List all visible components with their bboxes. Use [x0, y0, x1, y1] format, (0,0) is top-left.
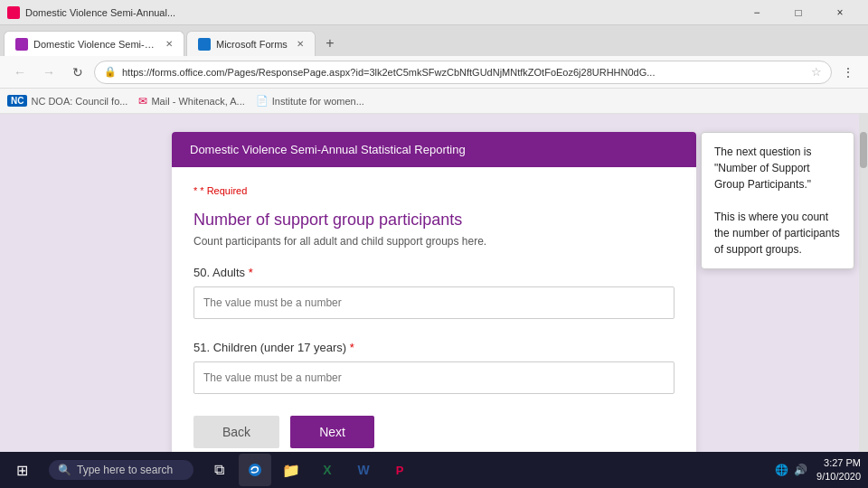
file-explorer-icon: 📁 — [282, 462, 300, 479]
close-button[interactable]: × — [819, 0, 861, 25]
children-input[interactable] — [193, 361, 675, 394]
new-tab-button[interactable]: + — [317, 31, 343, 56]
doc-icon: 📄 — [256, 95, 269, 107]
lock-icon: 🔒 — [104, 66, 117, 78]
browser-window: Domestic Violence Semi-Annual... − □ × D… — [0, 0, 868, 452]
window-controls: − □ × — [736, 0, 861, 25]
callout-box: The next question is "Number of Support … — [701, 132, 854, 269]
tab1-label: Domestic Violence Semi-Annual... — [33, 39, 156, 50]
scrollbar-thumb[interactable] — [860, 132, 867, 168]
form-card: Domestic Violence Semi-Annual Statistica… — [172, 132, 696, 452]
volume-icon: 🔊 — [794, 464, 807, 476]
bookmark-1[interactable]: NC NC DOA: Council fo... — [7, 95, 127, 107]
taskbar-right: 🌐 🔊 3:27 PM 9/10/2020 — [775, 456, 868, 484]
excel-icon: X — [323, 463, 331, 477]
task-view-button[interactable]: ⧉ — [203, 454, 235, 486]
question-51-text: Children (under 17 years) — [213, 341, 346, 354]
tab1-favicon — [15, 38, 28, 51]
taskbar: ⊞ 🔍 Type here to search ⧉ 📁 X W P 🌐 — [0, 452, 868, 488]
active-tab-favicon — [7, 6, 20, 19]
tab2-label: Microsoft Forms — [216, 39, 288, 50]
word-button[interactable]: W — [347, 454, 380, 486]
forward-nav-button[interactable]: → — [36, 60, 61, 85]
address-bar[interactable]: 🔒 https://forms.office.com/Pages/Respons… — [94, 61, 832, 84]
edge-button[interactable] — [239, 454, 271, 486]
address-star[interactable]: ☆ — [811, 65, 822, 79]
adults-input[interactable] — [193, 286, 675, 319]
question-50-number: 50. — [193, 266, 210, 279]
tab-inactive[interactable]: Microsoft Forms ✕ — [186, 31, 316, 56]
question-51-required: * — [350, 341, 354, 354]
network-icon: 🌐 — [775, 464, 788, 476]
scrollbar[interactable] — [859, 114, 868, 452]
browser-content: Domestic Violence Semi-Annual Statistica… — [0, 114, 868, 452]
question-51-label: 51. Children (under 17 years) * — [193, 341, 675, 354]
form-header: Domestic Violence Semi-Annual Statistica… — [172, 132, 696, 167]
task-view-icon: ⧉ — [214, 462, 224, 478]
word-icon: W — [357, 463, 369, 477]
system-tray-icons: 🌐 🔊 — [775, 464, 807, 476]
section-title: Number of support group participants — [193, 211, 675, 230]
required-label: * * Required — [193, 185, 675, 196]
mail-icon: ✉ — [138, 95, 147, 108]
bookmark-1-label: NC DOA: Council fo... — [31, 96, 127, 107]
tab-active[interactable]: Domestic Violence Semi-Annual... ✕ — [4, 31, 184, 56]
question-50-block: 50. Adults * — [193, 266, 675, 319]
taskbar-icons: ⧉ 📁 X W P — [203, 454, 416, 486]
back-nav-button[interactable]: ← — [7, 60, 33, 85]
svg-point-0 — [249, 464, 261, 476]
question-50-required: * — [249, 266, 253, 279]
bookmark-2-label: Mail - Whitenack, A... — [151, 96, 244, 107]
question-51-block: 51. Children (under 17 years) * — [193, 341, 675, 394]
nc-badge: NC — [7, 95, 27, 107]
refresh-button[interactable]: ↻ — [65, 60, 90, 85]
button-row: Back Next — [193, 416, 675, 448]
search-placeholder: Type here to search — [77, 464, 173, 476]
excel-button[interactable]: X — [311, 454, 344, 486]
powerpoint-button[interactable]: P — [383, 454, 416, 486]
question-50-label: 50. Adults * — [193, 266, 675, 279]
form-body: * * Required Number of support group par… — [172, 167, 696, 452]
next-button[interactable]: Next — [290, 416, 374, 448]
back-button[interactable]: Back — [193, 416, 279, 448]
section-desc: Count participants for all adult and chi… — [193, 235, 675, 248]
bookmarks-bar: NC NC DOA: Council fo... ✉ Mail - Whiten… — [0, 89, 868, 114]
start-button[interactable]: ⊞ — [0, 452, 43, 488]
clock-time: 3:27 PM — [816, 456, 861, 470]
maximize-button[interactable]: □ — [778, 0, 819, 25]
required-star: * — [193, 185, 197, 196]
nav-bar: ← → ↻ 🔒 https://forms.office.com/Pages/R… — [0, 56, 868, 89]
search-icon: 🔍 — [58, 464, 71, 476]
bookmark-2[interactable]: ✉ Mail - Whitenack, A... — [138, 95, 244, 108]
more-options-button[interactable]: ⋮ — [835, 60, 861, 85]
required-text: * Required — [200, 185, 247, 196]
question-51-number: 51. — [193, 341, 210, 354]
file-explorer-button[interactable]: 📁 — [275, 454, 307, 486]
form-header-title: Domestic Violence Semi-Annual Statistica… — [190, 143, 466, 156]
start-icon: ⊞ — [16, 462, 28, 479]
tab-bar: Domestic Violence Semi-Annual... ✕ Micro… — [0, 25, 868, 56]
tab2-close[interactable]: ✕ — [297, 39, 304, 49]
ppt-icon: P — [396, 464, 404, 477]
address-text: https://forms.office.com/Pages/ResponseP… — [122, 67, 806, 78]
callout-text: The next question is "Number of Support … — [714, 145, 840, 256]
tab1-close[interactable]: ✕ — [165, 39, 173, 49]
edge-icon — [248, 463, 262, 477]
clock-date: 9/10/2020 — [816, 470, 861, 483]
title-bar: Domestic Violence Semi-Annual... − □ × — [0, 0, 868, 25]
bookmark-3-label: Institute for women... — [272, 96, 364, 107]
taskbar-search[interactable]: 🔍 Type here to search — [49, 460, 193, 480]
bookmark-3[interactable]: 📄 Institute for women... — [256, 95, 364, 107]
taskbar-clock: 3:27 PM 9/10/2020 — [816, 456, 861, 484]
question-50-text: Adults — [212, 266, 245, 279]
tab2-favicon — [198, 38, 211, 51]
minimize-button[interactable]: − — [736, 0, 778, 25]
title-bar-text: Domestic Violence Semi-Annual... — [25, 7, 731, 18]
